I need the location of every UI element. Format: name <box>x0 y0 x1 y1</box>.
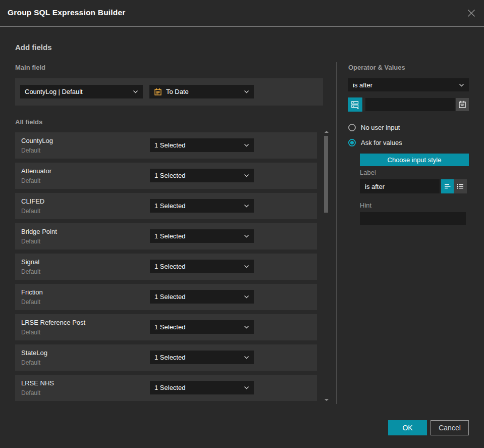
group-sql-expression-builder-dialog: Group SQL Expression Builder Add fields … <box>0 0 484 448</box>
label-input[interactable] <box>360 179 440 193</box>
stacked-values-icon <box>351 100 360 109</box>
operator-select-value: is after <box>353 81 459 89</box>
chevron-down-icon <box>244 356 249 359</box>
field-subtitle: Default <box>21 359 40 366</box>
field-subtitle: Default <box>21 238 40 245</box>
scrollbar-down-arrow[interactable] <box>325 399 329 401</box>
chevron-down-icon <box>244 234 249 238</box>
radio-ask-for-values[interactable]: Ask for values <box>348 139 402 146</box>
field-selection-select[interactable]: 1 Selected <box>150 138 254 152</box>
title-bar: Group SQL Expression Builder <box>0 0 484 27</box>
align-left-lines-icon <box>444 182 452 190</box>
all-fields-list: CountyLog Default 1 Selected Attenuator … <box>15 132 317 405</box>
chevron-down-icon <box>244 90 249 93</box>
vertical-divider <box>336 62 337 404</box>
dialog-title: Group SQL Expression Builder <box>8 8 126 17</box>
add-fields-heading: Add fields <box>15 43 52 52</box>
field-subtitle: Default <box>21 298 40 306</box>
main-field-select-value: CountyLog | Default <box>25 88 133 95</box>
field-subtitle: Default <box>21 389 40 396</box>
choose-input-style-button[interactable]: Choose input style <box>360 154 469 166</box>
operator-values-label: Operator & Values <box>348 64 405 71</box>
field-selection-value: 1 Selected <box>154 354 244 361</box>
chevron-down-icon <box>244 143 249 147</box>
scrollbar-up-arrow[interactable] <box>325 131 329 133</box>
field-subtitle: Default <box>21 208 40 215</box>
all-fields-label: All fields <box>15 118 42 126</box>
field-selection-select[interactable]: 1 Selected <box>150 351 254 364</box>
field-row: LRSE Reference Post Default 1 Selected <box>15 314 317 340</box>
field-selection-value: 1 Selected <box>154 172 244 179</box>
list-input-style-button[interactable] <box>454 179 467 193</box>
main-field-select[interactable]: CountyLog | Default <box>20 85 143 98</box>
date-value-input[interactable] <box>365 98 455 111</box>
chevron-down-icon <box>244 295 249 298</box>
field-row: Attenuator Default 1 Selected <box>15 163 317 189</box>
field-subtitle: Default <box>21 329 40 336</box>
field-row: LRSE NHS Default 1 Selected <box>15 375 317 401</box>
field-selection-select[interactable]: 1 Selected <box>150 169 254 182</box>
chevron-down-icon <box>244 204 249 208</box>
field-selection-select[interactable]: 1 Selected <box>150 229 254 243</box>
field-name: LRSE Reference Post <box>21 319 85 326</box>
chevron-down-icon <box>133 90 138 93</box>
hint-input[interactable] <box>360 212 466 225</box>
field-row: Friction Default 1 Selected <box>15 284 317 310</box>
field-name: LRSE NHS <box>21 379 54 387</box>
chevron-down-icon <box>244 265 249 268</box>
field-row: CountyLog Default 1 Selected <box>15 132 317 159</box>
bulleted-list-icon <box>456 182 464 190</box>
field-name: CLIFED <box>21 197 44 205</box>
field-name: CountyLog <box>21 137 53 144</box>
main-field-panel: CountyLog | Default To Date <box>15 78 323 106</box>
field-row: StateLog Default 1 Selected <box>15 344 317 371</box>
field-selection-value: 1 Selected <box>154 293 244 301</box>
radio-no-user-input[interactable]: No user input <box>348 124 400 131</box>
calendar-picker-button[interactable] <box>456 98 469 111</box>
field-selection-value: 1 Selected <box>154 323 244 331</box>
field-name: StateLog <box>21 349 47 357</box>
radio-label: Ask for values <box>361 139 402 146</box>
field-selection-select[interactable]: 1 Selected <box>150 260 254 273</box>
field-selection-select[interactable]: 1 Selected <box>150 381 254 394</box>
field-row: Bridge Point Default 1 Selected <box>15 223 317 250</box>
close-icon[interactable] <box>467 9 476 18</box>
scrollbar-thumb[interactable] <box>324 136 328 213</box>
field-selection-value: 1 Selected <box>154 232 244 240</box>
operator-select[interactable]: is after <box>348 78 469 91</box>
field-row: CLIFED Default 1 Selected <box>15 193 317 219</box>
chevron-down-icon <box>244 174 249 177</box>
field-selection-select[interactable]: 1 Selected <box>150 290 254 304</box>
field-name: Signal <box>21 258 39 266</box>
radio-label: No user input <box>361 124 400 131</box>
calendar-icon <box>458 101 466 109</box>
radio-circle-selected <box>348 139 356 146</box>
single-input-style-button[interactable] <box>441 179 454 193</box>
chevron-down-icon <box>459 83 464 87</box>
field-selection-value: 1 Selected <box>154 202 244 210</box>
field-subtitle: Default <box>21 268 40 275</box>
label-caption: Label <box>360 169 376 176</box>
cancel-button[interactable]: Cancel <box>431 420 469 435</box>
chevron-down-icon <box>244 386 249 389</box>
ok-button[interactable]: OK <box>388 420 427 435</box>
main-field-date-value: To Date <box>166 88 240 95</box>
stored-values-button[interactable] <box>348 97 362 112</box>
field-name: Friction <box>21 288 43 296</box>
radio-circle <box>348 124 356 131</box>
chevron-down-icon <box>244 325 249 329</box>
field-selection-value: 1 Selected <box>154 384 244 391</box>
field-selection-value: 1 Selected <box>154 141 244 149</box>
hint-caption: Hint <box>360 202 371 209</box>
field-selection-value: 1 Selected <box>154 263 244 270</box>
main-field-date-select[interactable]: To Date <box>149 85 254 98</box>
main-field-label: Main field <box>15 64 45 71</box>
field-name: Attenuator <box>21 167 51 175</box>
field-subtitle: Default <box>21 177 40 184</box>
calendar-icon <box>154 88 162 96</box>
field-subtitle: Default <box>21 147 40 154</box>
field-row: Signal Default 1 Selected <box>15 254 317 280</box>
field-selection-select[interactable]: 1 Selected <box>150 320 254 334</box>
field-name: Bridge Point <box>21 228 57 235</box>
field-selection-select[interactable]: 1 Selected <box>150 199 254 213</box>
